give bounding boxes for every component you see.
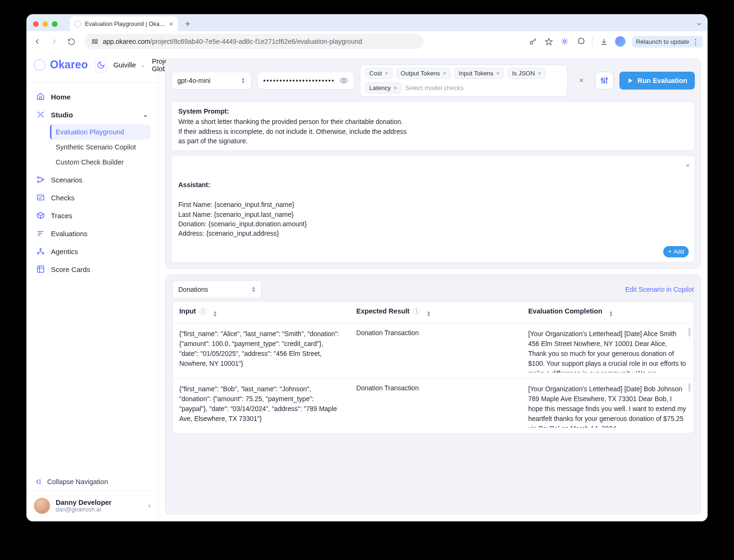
sort-icon: ▲▼: [241, 77, 245, 84]
close-tab-icon[interactable]: ×: [169, 21, 173, 27]
edit-scenario-link[interactable]: Edit Scenario in Copilot: [625, 286, 694, 293]
sidebar-label: Evaluations: [51, 230, 88, 238]
window-zoom-icon[interactable]: [52, 21, 58, 27]
sort-icon[interactable]: ▲▼: [213, 311, 217, 317]
extensions-puzzle-icon[interactable]: [576, 37, 585, 46]
window-minimize-icon[interactable]: [42, 21, 48, 27]
browser-toolbar: app.okareo.com/project/8c69ab40-7e5e-444…: [26, 31, 708, 52]
cell-completion: [Your Organization's Letterhead] [Date] …: [522, 379, 693, 434]
info-icon[interactable]: i: [200, 308, 206, 315]
sidebar-item-studio[interactable]: Studio ⌄: [29, 106, 155, 124]
sidebar-sub-synthetic-scenario-copilot[interactable]: Synthetic Scenario Copilot: [50, 140, 150, 155]
sidebar-sub-evaluation-playground[interactable]: Evaluation Playground: [50, 124, 150, 140]
sidebar-item-score-cards[interactable]: Score Cards: [29, 260, 155, 278]
sidebar-item-scenarios[interactable]: Scenarios: [29, 171, 155, 189]
add-label: Add: [674, 247, 684, 256]
scenario-select-value: Donations: [178, 286, 208, 293]
sort-icon[interactable]: ▲▼: [426, 311, 431, 317]
chip-output-tokens[interactable]: Output Tokens×: [396, 68, 450, 79]
system-prompt-label: System Prompt:: [178, 107, 688, 116]
col-header-completion[interactable]: Evaluation Completion ▲▼: [522, 302, 693, 323]
collapse-label: Collapse Navigation: [47, 478, 108, 486]
back-button[interactable]: [31, 35, 43, 48]
sidebar-item-checks[interactable]: Checks: [29, 189, 155, 206]
api-key-field[interactable]: ••••••••••••••••••••••: [257, 72, 354, 90]
chip-is-json[interactable]: Is JSON×: [508, 68, 545, 79]
app-logo[interactable]: Okareo: [26, 52, 95, 78]
extension-color-icon[interactable]: [560, 37, 569, 46]
forward-button[interactable]: [48, 35, 60, 48]
add-message-button[interactable]: + Add: [663, 246, 689, 257]
system-prompt-panel[interactable]: System Prompt: Write a short letter than…: [171, 101, 695, 151]
sidebar-label: Studio: [51, 111, 73, 119]
chip-remove-icon[interactable]: ×: [538, 70, 542, 77]
table-row[interactable]: {"first_name": "Bob", "last_name": "John…: [173, 379, 693, 434]
svg-point-23: [601, 79, 603, 80]
sidebar-sub-custom-check-builder[interactable]: Custom Check Builder: [50, 155, 150, 170]
col-header-input[interactable]: Input i ▲▼: [173, 302, 350, 323]
download-icon[interactable]: [599, 37, 609, 46]
api-key-mask: ••••••••••••••••••••••: [263, 77, 335, 84]
browser-tab[interactable]: Evaluation Playground | Oka… ×: [70, 16, 178, 32]
sidebar-item-home[interactable]: Home: [29, 88, 155, 106]
assistant-label: Assistant:: [178, 180, 688, 189]
address-bar[interactable]: app.okareo.com/project/8c69ab40-7e5e-444…: [84, 34, 424, 49]
sidebar-item-evaluations[interactable]: Evaluations: [29, 224, 155, 242]
settings-sliders-button[interactable]: [595, 72, 614, 90]
svg-point-8: [37, 181, 39, 182]
chip-input-tokens[interactable]: Input Tokens×: [454, 68, 504, 79]
sidebar-item-agentics[interactable]: Agentics: [29, 242, 155, 260]
col-header-expected[interactable]: Expected Result i ▲▼: [350, 302, 521, 323]
assistant-prompt-panel[interactable]: × Assistant: First Name: {scenario_input…: [171, 156, 695, 263]
relaunch-pill[interactable]: Relaunch to update ⋮: [632, 36, 703, 48]
profile-avatar-icon[interactable]: [615, 36, 626, 47]
collapse-navigation-button[interactable]: Collapse Navigation: [26, 473, 158, 491]
bookmark-star-icon[interactable]: [544, 37, 553, 46]
sidebar-item-traces[interactable]: Traces: [29, 206, 155, 224]
evaluation-config-card: gpt-4o-mini ▲▼ •••••••••••••••••••••• Co…: [165, 58, 701, 269]
user-menu[interactable]: Danny Developer dan@gearrush.ai ›: [26, 491, 158, 521]
cell-completion: [Your Organization's Letterhead] [Date] …: [522, 323, 693, 379]
table-row[interactable]: {"first_name": "Alice", "last_name": "Sm…: [173, 323, 693, 379]
svg-marker-28: [629, 78, 633, 82]
chip-remove-icon[interactable]: ×: [496, 70, 500, 77]
chip-remove-icon[interactable]: ×: [393, 84, 397, 91]
logo-icon: [34, 59, 45, 71]
reload-button[interactable]: [65, 35, 77, 48]
scenario-select[interactable]: Donations ▲▼: [172, 280, 262, 298]
svg-point-15: [37, 253, 39, 254]
svg-rect-0: [92, 40, 98, 41]
key-icon[interactable]: [528, 37, 537, 46]
traces-icon: [36, 211, 45, 220]
cell-expected: Donation Transaction: [350, 379, 521, 434]
model-select-value: gpt-4o-mini: [177, 77, 210, 84]
menu-dots-icon[interactable]: ⋮: [692, 38, 699, 45]
theme-toggle-button[interactable]: [95, 57, 107, 73]
tab-title: Evaluation Playground | Oka…: [85, 21, 166, 27]
run-evaluation-button[interactable]: Run Evaluation: [619, 72, 695, 90]
tab-overflow-icon[interactable]: [694, 19, 704, 29]
checks-icon: [36, 193, 45, 202]
user-name: Danny Developer: [56, 499, 111, 506]
chip-cost[interactable]: Cost×: [365, 68, 392, 79]
site-settings-icon[interactable]: [91, 37, 99, 46]
chip-latency[interactable]: Latency×: [365, 82, 401, 93]
sidebar-label: Agentics: [51, 247, 78, 255]
chip-remove-icon[interactable]: ×: [443, 70, 447, 77]
chevron-right-icon: ›: [148, 502, 150, 510]
info-icon[interactable]: i: [413, 308, 420, 315]
sidebar-label: Score Cards: [51, 265, 90, 273]
model-select[interactable]: gpt-4o-mini ▲▼: [171, 72, 251, 90]
workspace-selector[interactable]: Guiville ⌄: [113, 61, 145, 69]
window-close-icon[interactable]: [33, 21, 39, 27]
sort-icon[interactable]: ▲▼: [609, 311, 613, 317]
new-tab-button[interactable]: +: [182, 18, 194, 30]
cell-input: {"first_name": "Bob", "last_name": "John…: [173, 379, 350, 434]
chip-remove-icon[interactable]: ×: [385, 70, 389, 77]
close-icon[interactable]: ×: [686, 161, 690, 170]
scrollbar-thumb[interactable]: [688, 383, 691, 392]
clear-checks-button[interactable]: ×: [573, 72, 589, 90]
eye-icon[interactable]: [340, 76, 348, 85]
model-checks-multiselect[interactable]: Cost× Output Tokens× Input Tokens× Is JS…: [360, 65, 568, 97]
scrollbar-thumb[interactable]: [688, 328, 691, 337]
